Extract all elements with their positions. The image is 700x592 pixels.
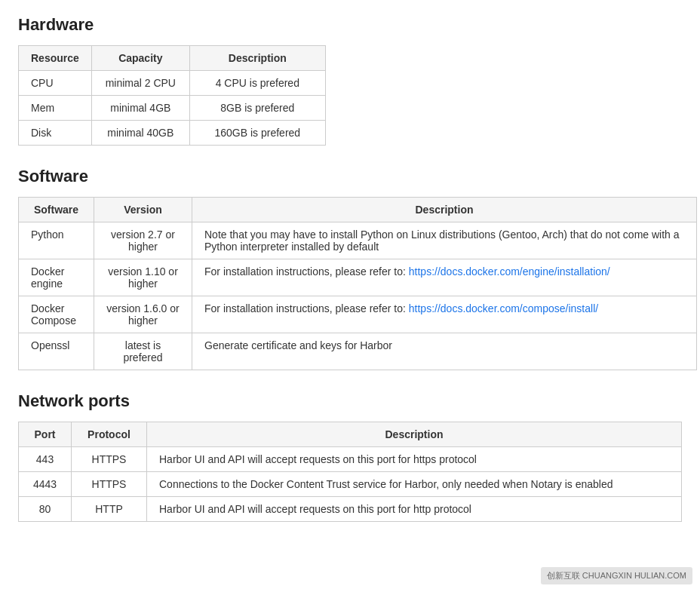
sw-version: version 2.7 or higher	[94, 222, 192, 259]
hardware-col-capacity: Capacity	[91, 46, 189, 71]
net-protocol: HTTP	[72, 497, 147, 522]
sw-link[interactable]: https://docs.docker.com/compose/install/	[409, 302, 598, 314]
hardware-heading: Hardware	[18, 15, 682, 35]
hardware-col-resource: Resource	[19, 46, 92, 71]
net-port: 4443	[19, 472, 72, 497]
network-col-port: Port	[19, 422, 72, 447]
net-protocol: HTTPS	[72, 447, 147, 472]
hw-description: 160GB is prefered	[189, 121, 325, 146]
software-table: Software Version Description Python vers…	[18, 197, 697, 370]
hw-capacity: minimal 2 CPU	[91, 71, 189, 96]
table-row: 4443 HTTPS Connections to the Docker Con…	[19, 472, 682, 497]
sw-description: For installation instructions, please re…	[192, 296, 697, 333]
software-col-version: Version	[94, 198, 192, 222]
sw-software: Python	[19, 222, 94, 259]
software-heading: Software	[18, 167, 682, 186]
table-row: 443 HTTPS Harbor UI and API will accept …	[19, 447, 682, 472]
net-port: 443	[19, 447, 72, 472]
sw-software: Docker engine	[19, 259, 94, 296]
network-col-description: Description	[147, 422, 682, 447]
net-description: Connections to the Docker Content Trust …	[147, 472, 682, 497]
hw-resource: CPU	[19, 71, 92, 96]
sw-description: Generate certificate and keys for Harbor	[192, 333, 697, 370]
hw-description: 4 CPU is prefered	[189, 71, 325, 96]
net-protocol: HTTPS	[72, 472, 147, 497]
net-port: 80	[19, 497, 72, 522]
table-row: Disk minimal 40GB 160GB is prefered	[19, 121, 326, 146]
table-row: Mem minimal 4GB 8GB is prefered	[19, 96, 326, 121]
sw-version: latest is prefered	[94, 333, 192, 370]
net-description: Harbor UI and API will accept requests o…	[147, 497, 682, 522]
hardware-section: Hardware Resource Capacity Description C…	[18, 15, 682, 146]
sw-description: Note that you may have to install Python…	[192, 222, 697, 259]
hw-resource: Mem	[19, 96, 92, 121]
sw-link[interactable]: https://docs.docker.com/engine/installat…	[409, 265, 610, 278]
hardware-col-description: Description	[189, 46, 325, 71]
net-description: Harbor UI and API will accept requests o…	[147, 447, 682, 472]
network-section: Network ports Port Protocol Description …	[18, 391, 682, 522]
table-row: CPU minimal 2 CPU 4 CPU is prefered	[19, 71, 326, 96]
software-col-software: Software	[19, 198, 94, 222]
hw-capacity: minimal 40GB	[91, 121, 189, 146]
hw-resource: Disk	[19, 121, 92, 146]
sw-software: Openssl	[19, 333, 94, 370]
table-row: Docker engine version 1.10 or higher For…	[19, 259, 697, 296]
software-section: Software Software Version Description Py…	[18, 167, 682, 370]
network-heading: Network ports	[18, 391, 682, 411]
sw-description: For installation instructions, please re…	[192, 259, 697, 296]
table-row: Docker Compose version 1.6.0 or higher F…	[19, 296, 697, 333]
software-col-description: Description	[192, 198, 697, 222]
sw-version: version 1.10 or higher	[94, 259, 192, 296]
sw-software: Docker Compose	[19, 296, 94, 333]
network-table: Port Protocol Description 443 HTTPS Harb…	[18, 422, 682, 522]
network-col-protocol: Protocol	[72, 422, 147, 447]
sw-version: version 1.6.0 or higher	[94, 296, 192, 333]
table-row: Openssl latest is prefered Generate cert…	[19, 333, 697, 370]
hw-description: 8GB is prefered	[189, 96, 325, 121]
hw-capacity: minimal 4GB	[91, 96, 189, 121]
table-row: 80 HTTP Harbor UI and API will accept re…	[19, 497, 682, 522]
table-row: Python version 2.7 or higher Note that y…	[19, 222, 697, 259]
hardware-table: Resource Capacity Description CPU minima…	[18, 45, 326, 146]
